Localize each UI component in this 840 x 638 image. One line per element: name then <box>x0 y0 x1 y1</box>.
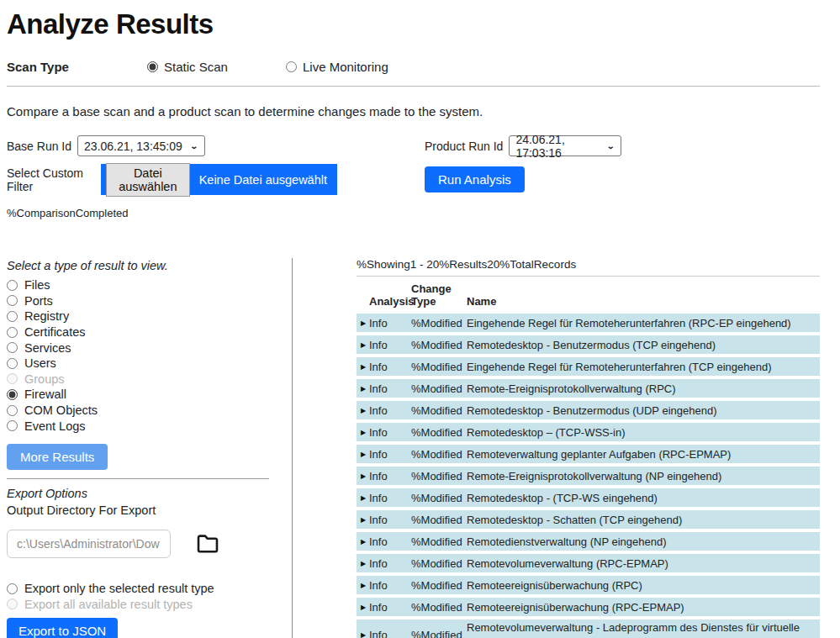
export-scope-radio[interactable] <box>7 598 18 609</box>
result-type-option-label: Registry <box>24 309 69 323</box>
expand-icon[interactable]: ▶ <box>357 425 369 440</box>
result-type-option[interactable]: Files <box>7 277 292 293</box>
table-row[interactable]: ▶ Info %Modified Remotedesktop – (TCP-WS… <box>357 423 820 441</box>
result-type-option[interactable]: Registry <box>7 308 292 324</box>
change-type-cell: %Modified <box>411 513 467 527</box>
export-scope-options: Export only the selected result type Exp… <box>7 581 292 612</box>
result-type-radio[interactable] <box>7 358 18 369</box>
table-row[interactable]: ▶ Info %Modified Remotedienstverwaltung … <box>357 532 820 551</box>
change-type-cell: %Modified <box>411 491 467 505</box>
more-results-button[interactable]: More Results <box>7 444 108 470</box>
result-type-option[interactable]: Firewall <box>7 387 292 403</box>
expand-icon[interactable]: ▶ <box>357 382 369 396</box>
analysis-cell: Info <box>369 382 411 396</box>
scan-type-option[interactable]: Static Scan <box>147 60 286 74</box>
table-row[interactable]: ▶ Info %Modified Eingehende Regel für Re… <box>357 314 820 332</box>
analysis-cell: Info <box>369 447 411 461</box>
table-row[interactable]: ▶ Info %Modified Remotedesktop - Schatte… <box>357 510 820 529</box>
result-type-option[interactable]: Ports <box>7 293 292 309</box>
product-run-select[interactable]: 24.06.21, 17:03:16 ⌄ <box>509 135 621 156</box>
expand-icon[interactable]: ▶ <box>357 556 369 571</box>
scan-type-radio[interactable] <box>147 61 158 72</box>
export-options-heading: Export Options <box>7 487 292 500</box>
result-type-radio[interactable] <box>7 420 18 431</box>
expand-icon[interactable]: ▶ <box>357 628 369 638</box>
custom-filter-row: Select Custom Filter Datei auswählen Kei… <box>7 164 820 195</box>
compare-description: Compare a base scan and a product scan t… <box>7 104 820 119</box>
scan-type-option[interactable]: Live Monitoring <box>286 60 425 74</box>
table-row[interactable]: ▶ Info %Modified Eingehende Regel für Re… <box>357 357 820 376</box>
result-type-option-label: COM Objects <box>24 403 98 417</box>
result-type-option[interactable]: Certificates <box>7 324 292 340</box>
product-run-label: Product Run Id <box>425 140 503 153</box>
result-type-radio[interactable] <box>7 327 18 338</box>
table-row[interactable]: ▶ Info %Modified Remotedesktop - Benutze… <box>357 401 820 419</box>
change-type-cell: %Modified <box>411 578 467 593</box>
scan-type-options: Static Scan Live Monitoring <box>147 60 425 74</box>
table-row[interactable]: ▶ Info %Modified Remotevolumeverwaltung … <box>357 620 820 638</box>
table-row[interactable]: ▶ Info %Modified Remoteereignisüberwachu… <box>357 598 820 616</box>
results-summary: %Showing1 - 20%Results20%TotalRecords <box>357 258 820 277</box>
table-row[interactable]: ▶ Info %Modified Remotedesktop - (TCP-WS… <box>357 488 820 507</box>
run-analysis-button[interactable]: Run Analysis <box>425 166 525 192</box>
name-cell: Remotedesktop - Benutzermodus (UDP einge… <box>467 403 820 418</box>
base-run-select[interactable]: 23.06.21, 13:45:09 ⌄ <box>77 135 205 156</box>
result-type-radio[interactable] <box>7 389 18 400</box>
result-type-radio[interactable] <box>7 295 18 306</box>
export-scope-radio[interactable] <box>7 583 18 594</box>
expand-icon[interactable]: ▶ <box>357 360 369 374</box>
result-type-option-label: Firewall <box>24 388 66 401</box>
name-cell: Remotedesktop - Benutzermodus (TCP einge… <box>467 338 820 352</box>
scan-type-radio[interactable] <box>286 61 297 72</box>
table-row[interactable]: ▶ Info %Modified Remotevolumeverwaltung … <box>357 554 820 572</box>
expand-icon[interactable]: ▶ <box>357 491 369 505</box>
change-type-cell: %Modified <box>411 447 467 461</box>
analysis-cell: Info <box>369 491 411 505</box>
table-row[interactable]: ▶ Info %Modified Remoteverwaltung geplan… <box>357 445 820 463</box>
change-type-cell: %Modified <box>411 316 467 330</box>
expand-icon[interactable]: ▶ <box>357 578 369 593</box>
name-cell: Remote-Ereignisprotokollverwaltung (NP e… <box>467 469 820 483</box>
result-type-option[interactable]: Event Logs <box>7 418 292 434</box>
folder-icon[interactable] <box>192 530 224 556</box>
analysis-cell: Info <box>369 578 411 593</box>
result-type-option[interactable]: Users <box>7 356 292 372</box>
result-type-radio[interactable] <box>7 405 18 416</box>
export-to-json-button[interactable]: Export to JSON <box>7 618 118 638</box>
result-type-option[interactable]: COM Objects <box>7 403 292 419</box>
expand-icon[interactable]: ▶ <box>357 600 369 614</box>
expand-icon[interactable]: ▶ <box>357 469 369 483</box>
custom-filter-file-input[interactable]: Datei auswählen Keine Datei ausgewählt <box>101 164 337 195</box>
result-type-radio[interactable] <box>7 280 18 291</box>
expand-icon[interactable]: ▶ <box>357 513 369 527</box>
base-run-label: Base Run Id <box>7 140 71 153</box>
analysis-cell: Info <box>369 556 411 571</box>
choose-file-button[interactable]: Datei auswählen <box>106 163 190 197</box>
expand-icon[interactable]: ▶ <box>357 535 369 549</box>
name-cell: Eingehende Regel für Remoteherunterfahre… <box>467 360 820 374</box>
change-type-cell: %Modified <box>411 628 467 638</box>
result-type-radio[interactable] <box>7 311 18 322</box>
analysis-cell: Info <box>369 360 411 374</box>
export-scope-option[interactable]: Export only the selected result type <box>7 581 292 597</box>
table-body: ▶ Info %Modified Eingehende Regel für Re… <box>357 314 820 638</box>
name-cell: Remotedienstverwaltung (NP eingehend) <box>467 535 820 549</box>
analysis-column-header: Analysis <box>369 295 411 308</box>
result-type-option[interactable]: Services <box>7 340 292 356</box>
product-run-value: 24.06.21, 17:03:16 <box>515 133 599 160</box>
table-row[interactable]: ▶ Info %Modified Remote-Ereignisprotokol… <box>357 467 820 485</box>
table-row[interactable]: ▶ Info %Modified Remotedesktop - Benutze… <box>357 335 820 354</box>
expand-icon[interactable]: ▶ <box>357 338 369 352</box>
result-type-radio[interactable] <box>7 373 18 384</box>
expand-icon[interactable]: ▶ <box>357 403 369 418</box>
change-type-cell: %Modified <box>411 535 467 549</box>
comparison-status: %ComparisonCompleted <box>7 207 820 219</box>
analysis-cell: Info <box>369 425 411 440</box>
result-type-radio[interactable] <box>7 342 18 353</box>
output-directory-input[interactable] <box>7 530 171 558</box>
table-row[interactable]: ▶ Info %Modified Remoteereignisüberwachu… <box>357 576 820 594</box>
table-row[interactable]: ▶ Info %Modified Remote-Ereignisprotokol… <box>357 379 820 398</box>
expand-icon[interactable]: ▶ <box>357 316 369 330</box>
expand-icon[interactable]: ▶ <box>357 447 369 461</box>
base-run-group: Base Run Id 23.06.21, 13:45:09 ⌄ <box>7 135 425 156</box>
